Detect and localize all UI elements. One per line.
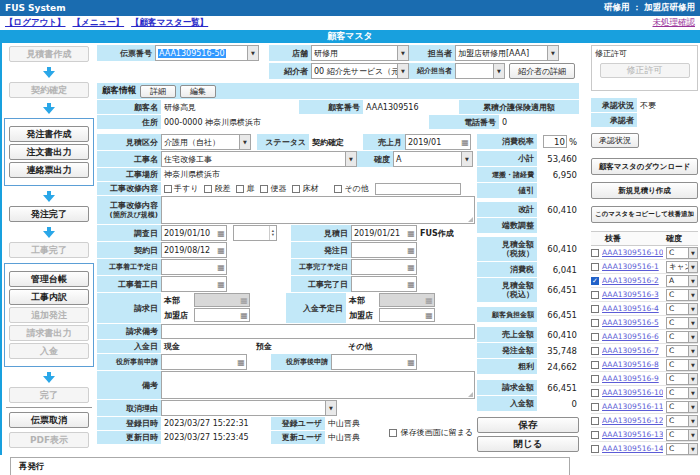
billing-note-input[interactable] — [161, 324, 475, 339]
contact-sheet-output-button[interactable]: 連絡票出力 — [9, 162, 89, 178]
branch-link[interactable]: AAA1309516-9 — [602, 374, 663, 383]
survey-date-input[interactable]: 2019/01/10 ▦ — [161, 225, 227, 241]
customer-detail-button[interactable]: 詳細 — [140, 85, 176, 98]
branch-link[interactable]: AAA1309516-2 — [602, 276, 663, 285]
stay-on-screen-checkbox[interactable]: 保存後画面に留まる — [389, 427, 473, 438]
branch-probability-select[interactable]: A▼ — [666, 275, 698, 287]
branch-checkbox[interactable] — [591, 361, 599, 369]
slip-cancel-button[interactable]: 伝票取消 — [9, 412, 89, 428]
office-post-input[interactable]: ▦ — [331, 354, 417, 370]
branch-probability-select[interactable]: C▼ — [666, 401, 698, 413]
branch-checkbox[interactable] — [591, 263, 599, 271]
order-date-input[interactable]: ▦ — [351, 242, 417, 258]
referrer-detail-button[interactable]: 紹介者の詳細 — [509, 63, 575, 79]
branch-link[interactable]: AAA1309516-1001 — [602, 248, 663, 257]
contract-date-input[interactable]: 2019/08/12 ▦ — [161, 242, 227, 258]
branch-probability-select[interactable]: C▼ — [666, 359, 698, 371]
branch-link[interactable]: AAA1309516-12 — [602, 416, 663, 425]
estimate-date-input[interactable]: 2019/01/21 ▦ — [351, 225, 417, 241]
menu-link[interactable]: 【メニュー】 — [73, 17, 125, 29]
construction-detail-button[interactable]: 工事内訳 — [9, 289, 89, 305]
new-estimate-button[interactable]: 新規見積り作成 — [591, 182, 698, 199]
branch-probability-select[interactable]: C▼ — [666, 415, 698, 427]
branch-checkbox[interactable] — [591, 347, 599, 355]
renovation-checkbox-other[interactable]: その他 — [334, 183, 368, 194]
branch-link[interactable]: AAA1309516-11 — [602, 402, 663, 411]
branch-probability-select[interactable]: C▼ — [666, 443, 698, 455]
branch-checkbox[interactable] — [591, 277, 599, 285]
billing-franchise-input[interactable]: ▦ — [194, 308, 250, 322]
end-planned-input[interactable]: ▦ — [351, 259, 417, 275]
store-select[interactable]: 研修用 ▼ — [311, 45, 409, 61]
ledger-button[interactable]: 管理台帳 — [9, 271, 89, 287]
customer-master-list-link[interactable]: 【顧客マスター覧】 — [131, 17, 208, 29]
branch-checkbox[interactable] — [591, 319, 599, 327]
approval-status-button[interactable]: 承認状況 — [591, 133, 639, 148]
referrer-staff-select[interactable]: ▼ — [455, 63, 505, 79]
branch-checkbox[interactable] — [591, 417, 599, 425]
cancel-reason-select[interactable]: ▼ — [161, 400, 337, 416]
branch-checkbox[interactable] — [591, 403, 599, 411]
branch-checkbox[interactable] — [591, 445, 599, 453]
branch-probability-select[interactable]: キャンセ▼ — [666, 261, 698, 273]
survey-time-spinner[interactable]: ▴▾ — [233, 225, 277, 241]
renovation-checkbox-step[interactable]: 段差 — [204, 183, 230, 194]
branch-checkbox[interactable] — [591, 291, 599, 299]
start-date-input[interactable]: ▦ — [161, 276, 227, 292]
branch-probability-select[interactable]: C▼ — [666, 387, 698, 399]
customer-edit-button[interactable]: 編集 — [180, 85, 216, 98]
order-complete-button[interactable]: 発注完了 — [9, 206, 89, 222]
branch-probability-select[interactable]: C▼ — [666, 331, 698, 343]
staff-select[interactable]: 加盟店研修用[AAA] ▼ — [455, 45, 559, 61]
branch-link[interactable]: AAA1309516-1 — [602, 262, 663, 271]
close-button[interactable]: 閉じる — [477, 436, 579, 452]
unprocessed-link[interactable]: 未処理確認 — [653, 17, 696, 29]
branch-link[interactable]: AAA1309516-6 — [602, 332, 663, 341]
branch-link[interactable]: AAA1309516-5 — [602, 318, 663, 327]
branch-link[interactable]: AAA1309516-10 — [602, 388, 663, 397]
renovation-checkbox-toilet[interactable]: 便器 — [260, 183, 286, 194]
customer-master-download-button[interactable]: 顧客マスタのダウンロード — [591, 158, 698, 175]
renovation-checkbox-floor[interactable]: 床材 — [292, 183, 318, 194]
branch-checkbox[interactable] — [591, 389, 599, 397]
branch-probability-select[interactable]: C▼ — [666, 303, 698, 315]
deposit-franchise-input[interactable]: ▦ — [379, 308, 435, 322]
branch-link[interactable]: AAA1309516-8 — [602, 360, 663, 369]
branch-checkbox[interactable] — [591, 333, 599, 341]
branch-probability-select[interactable]: C▼ — [666, 345, 698, 357]
branch-probability-select[interactable]: C▼ — [666, 247, 698, 259]
purchase-order-create-button[interactable]: 発注書作成 — [9, 126, 89, 142]
branch-checkbox[interactable] — [591, 375, 599, 383]
save-button[interactable]: 保存 — [477, 417, 579, 433]
renovation-other-input[interactable] — [375, 183, 461, 195]
renovation-checkbox-door[interactable]: 扉 — [236, 183, 254, 194]
branch-checkbox[interactable] — [591, 431, 599, 439]
start-planned-input[interactable]: ▦ — [161, 259, 227, 275]
construction-name-select[interactable]: 住宅改修工事 ▼ — [161, 151, 357, 167]
renovation-checkbox-handrail[interactable]: 手すり — [164, 183, 198, 194]
branch-probability-select[interactable]: C▼ — [666, 289, 698, 301]
branch-link[interactable]: AAA1309516-3 — [602, 290, 663, 299]
branch-probability-select[interactable]: C▼ — [666, 373, 698, 385]
branch-link[interactable]: AAA1309516-14 — [602, 444, 663, 453]
renovation-detail-textarea[interactable] — [161, 196, 475, 224]
tax-rate-input[interactable]: 10 — [543, 135, 567, 148]
order-sheet-output-button[interactable]: 注文書出力 — [9, 144, 89, 160]
estimate-type-select[interactable]: 介護用（自社） ▼ — [161, 134, 251, 150]
copy-master-button[interactable]: このマスタをコピーして枝番追加 — [591, 206, 698, 223]
referrer-select[interactable]: 00 紹介先サービス（元 ▼ — [311, 63, 409, 79]
slip-no-select[interactable]: AAA1309516-50 ▼ — [155, 45, 259, 61]
branch-checkbox[interactable] — [591, 249, 599, 257]
logout-link[interactable]: 【ログアウト】 — [5, 17, 66, 29]
branch-probability-select[interactable]: C▼ — [666, 429, 698, 441]
branch-probability-select[interactable]: C▼ — [666, 317, 698, 329]
branch-link[interactable]: AAA1309516-4 — [602, 304, 663, 313]
branch-checkbox[interactable] — [591, 305, 599, 313]
office-pre-input[interactable]: ▦ — [161, 354, 247, 370]
probability-select[interactable]: A ▼ — [393, 151, 473, 167]
branch-link[interactable]: AAA1309516-13 — [602, 430, 663, 439]
sales-month-input[interactable]: 2019/01 ▦ — [405, 134, 471, 150]
end-date-input[interactable]: ▦ — [351, 276, 417, 292]
branch-link[interactable]: AAA1309516-7 — [602, 346, 663, 355]
note-textarea[interactable] — [161, 371, 475, 399]
